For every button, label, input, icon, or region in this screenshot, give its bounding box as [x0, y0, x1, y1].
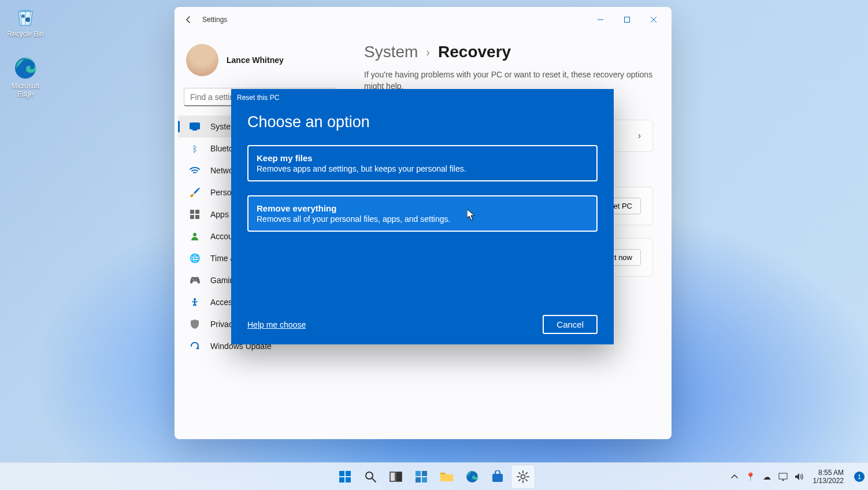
svg-rect-14 — [346, 471, 351, 476]
svg-rect-9 — [190, 215, 194, 219]
gear-icon — [516, 470, 530, 484]
svg-rect-23 — [416, 477, 421, 482]
svg-rect-19 — [390, 472, 395, 481]
taskbar: 📍 ☁ 8:55 AM 1/13/2022 1 — [0, 462, 868, 490]
titlebar: Settings — [175, 7, 672, 32]
choice-remove-everything[interactable]: Remove everything Removes all of your pe… — [247, 195, 598, 232]
system-tray: 📍 ☁ 8:55 AM 1/13/2022 1 — [729, 469, 868, 485]
minimize-icon — [598, 17, 603, 23]
tray-onedrive-icon[interactable]: ☁ — [761, 471, 773, 482]
bluetooth-icon: ᛒ — [190, 143, 200, 154]
window-title: Settings — [202, 16, 227, 24]
apps-icon — [190, 209, 200, 220]
svg-rect-15 — [339, 477, 344, 482]
help-me-choose-link[interactable]: Help me choose — [247, 320, 306, 329]
breadcrumb-current: Recovery — [438, 43, 511, 61]
desktop-icon-recycle-bin[interactable]: Recycle Bin — [3, 3, 47, 38]
recycle-bin-icon — [13, 3, 38, 29]
brush-icon: 🖌️ — [190, 187, 200, 198]
choice-keep-my-files[interactable]: Keep my files Removes apps and settings,… — [247, 145, 598, 181]
svg-point-11 — [193, 233, 196, 236]
svg-point-17 — [366, 472, 373, 479]
breadcrumb: System › Recovery — [364, 43, 653, 61]
person-icon — [190, 231, 200, 242]
desktop-icon-label: Microsoft Edge — [3, 82, 47, 98]
tray-network-icon[interactable] — [777, 471, 789, 482]
search-button[interactable] — [359, 465, 382, 488]
svg-point-1 — [25, 17, 30, 22]
svg-rect-10 — [195, 215, 199, 219]
widgets-icon — [414, 470, 428, 484]
close-icon — [651, 17, 656, 23]
cancel-button[interactable]: Cancel — [543, 315, 598, 334]
settings-taskbar-button[interactable] — [511, 465, 535, 488]
tray-overflow-button[interactable] — [729, 471, 740, 482]
store-icon — [491, 470, 504, 483]
dialog-title: Reset this PC — [231, 89, 614, 102]
clock-date: 1/13/2022 — [813, 477, 844, 485]
choice-desc: Removes all of your personal files, apps… — [257, 214, 588, 224]
nav-label: Apps — [210, 210, 229, 219]
accessibility-icon — [190, 297, 200, 307]
choice-title: Keep my files — [257, 153, 588, 163]
choice-desc: Removes apps and settings, but keeps you… — [257, 164, 588, 173]
notification-badge[interactable]: 1 — [854, 472, 865, 482]
chevron-up-icon — [731, 474, 738, 479]
avatar — [186, 44, 218, 76]
gamepad-icon: 🎮 — [190, 275, 200, 285]
svg-rect-16 — [346, 477, 351, 482]
tray-volume-icon[interactable] — [793, 471, 805, 482]
start-button[interactable] — [333, 465, 357, 488]
folder-icon — [440, 471, 454, 482]
network-icon — [778, 473, 788, 481]
taskbar-clock[interactable]: 8:55 AM 1/13/2022 — [810, 469, 847, 485]
edge-icon — [13, 55, 38, 81]
shield-icon — [190, 319, 200, 329]
svg-rect-7 — [190, 210, 194, 214]
maximize-icon — [624, 17, 630, 23]
svg-rect-5 — [190, 123, 200, 129]
svg-rect-28 — [779, 473, 787, 479]
search-icon — [364, 470, 377, 483]
tray-location-icon[interactable]: 📍 — [745, 471, 756, 482]
svg-rect-26 — [492, 474, 503, 482]
reset-pc-dialog: Reset this PC Choose an option Keep my f… — [231, 89, 614, 344]
svg-rect-8 — [195, 210, 199, 214]
file-explorer-button[interactable] — [435, 465, 458, 488]
breadcrumb-parent[interactable]: System — [364, 43, 418, 61]
svg-point-27 — [521, 474, 525, 478]
choice-title: Remove everything — [257, 203, 588, 213]
profile-block[interactable]: Lance Whitney — [175, 37, 346, 88]
window-maximize-button[interactable] — [614, 11, 640, 28]
svg-rect-24 — [422, 477, 427, 482]
store-button[interactable] — [486, 465, 509, 488]
update-icon — [190, 341, 200, 351]
profile-name: Lance Whitney — [227, 55, 284, 65]
windows-logo-icon — [338, 470, 352, 484]
edge-icon — [465, 470, 479, 484]
svg-rect-4 — [625, 17, 630, 23]
svg-rect-6 — [192, 129, 197, 131]
wifi-icon — [190, 165, 200, 176]
svg-line-18 — [372, 478, 376, 482]
desktop-icon-edge[interactable]: Microsoft Edge — [3, 55, 47, 98]
window-close-button[interactable] — [640, 11, 667, 28]
task-view-button[interactable] — [384, 465, 407, 488]
svg-rect-22 — [422, 471, 427, 476]
chevron-right-icon: › — [426, 46, 430, 59]
chevron-right-icon: › — [638, 131, 641, 141]
svg-point-0 — [21, 14, 25, 18]
back-button[interactable] — [179, 10, 198, 29]
svg-rect-13 — [339, 471, 344, 476]
window-minimize-button[interactable] — [587, 11, 614, 28]
speaker-icon — [795, 473, 804, 481]
task-view-icon — [390, 472, 402, 482]
desktop-icon-label: Recycle Bin — [3, 30, 47, 38]
dialog-heading: Choose an option — [247, 113, 598, 131]
svg-rect-20 — [396, 472, 402, 481]
arrow-left-icon — [184, 15, 193, 24]
edge-taskbar-button[interactable] — [461, 465, 484, 488]
system-icon — [190, 121, 200, 132]
globe-icon: 🌐 — [190, 253, 200, 263]
widgets-button[interactable] — [410, 465, 433, 488]
